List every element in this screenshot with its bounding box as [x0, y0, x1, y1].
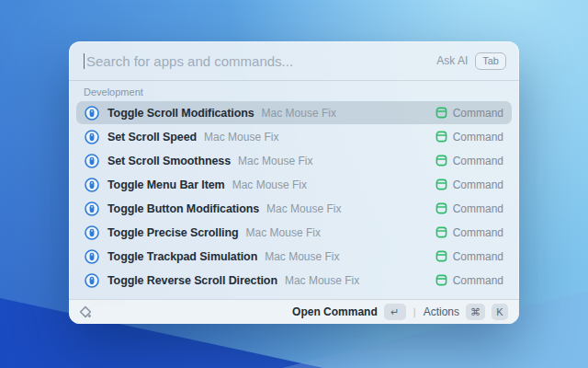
action-bar: Open Command ↵ | Actions ⌘ K [69, 299, 519, 324]
footer-divider: | [413, 306, 417, 317]
command-accessory-label: Command [453, 178, 503, 191]
command-title: Toggle Reverse Scroll Direction [107, 274, 277, 287]
enter-key-badge[interactable]: ↵ [384, 304, 406, 320]
mac-mouse-fix-app-icon [85, 154, 99, 168]
command-title: Toggle Precise Scrolling [107, 226, 239, 239]
command-list-item[interactable]: Toggle Precise Scrolling Mac Mouse Fix C… [76, 221, 512, 244]
text-caret [84, 53, 85, 69]
command-list: Toggle Scroll Modifications Mac Mouse Fi… [69, 101, 519, 292]
command-type-icon [435, 226, 447, 238]
mac-mouse-fix-app-icon [85, 273, 99, 288]
command-app: Mac Mouse Fix [262, 107, 336, 120]
command-accessory-label: Command [453, 131, 503, 144]
command-type-icon [435, 155, 447, 167]
actions-button[interactable]: Actions [424, 305, 459, 318]
command-accessory-label: Command [453, 250, 503, 263]
command-app: Mac Mouse Fix [238, 155, 312, 167]
command-title: Set Scroll Speed [107, 131, 197, 144]
section-header-development: Development [84, 86, 504, 98]
command-list-item[interactable]: Set Scroll Smoothness Mac Mouse Fix Comm… [76, 149, 512, 172]
command-accessory-label: Command [453, 202, 503, 215]
raycast-launcher-window: Search for apps and commands... Ask AI T… [69, 41, 519, 324]
command-title: Toggle Scroll Modifications [107, 107, 254, 120]
command-app: Mac Mouse Fix [265, 250, 339, 263]
open-command-label[interactable]: Open Command [292, 305, 378, 318]
command-list-item[interactable]: Set Scroll Speed Mac Mouse Fix Command [76, 125, 512, 148]
mac-mouse-fix-app-icon [85, 106, 99, 121]
command-list-item[interactable]: Toggle Reverse Scroll Direction Mac Mous… [76, 269, 512, 292]
command-type-icon [435, 202, 447, 214]
k-key-badge[interactable]: K [492, 304, 508, 320]
raycast-logo-icon [78, 305, 93, 319]
cmd-key-badge[interactable]: ⌘ [466, 304, 485, 320]
command-app: Mac Mouse Fix [204, 131, 278, 144]
command-type-icon [435, 250, 447, 262]
command-type-icon [435, 107, 447, 119]
ask-ai-label[interactable]: Ask AI [436, 54, 468, 67]
command-app: Mac Mouse Fix [246, 226, 321, 239]
command-list-item[interactable]: Toggle Trackpad Simulation Mac Mouse Fix… [76, 245, 512, 268]
command-accessory-label: Command [453, 107, 503, 120]
command-list-item[interactable]: Toggle Button Modifications Mac Mouse Fi… [76, 197, 512, 220]
mac-mouse-fix-app-icon [85, 249, 99, 264]
command-type-icon [435, 274, 447, 286]
command-app: Mac Mouse Fix [232, 178, 307, 191]
command-type-icon [435, 131, 447, 143]
command-title: Toggle Trackpad Simulation [107, 250, 257, 263]
search-bar[interactable]: Search for apps and commands... Ask AI T… [69, 41, 519, 81]
search-input[interactable]: Search for apps and commands... [86, 53, 436, 69]
command-app: Mac Mouse Fix [285, 274, 359, 287]
command-accessory-label: Command [453, 226, 503, 239]
command-title: Toggle Menu Bar Item [107, 178, 225, 191]
command-accessory-label: Command [453, 274, 503, 287]
command-accessory-label: Command [453, 155, 503, 167]
mac-mouse-fix-app-icon [85, 178, 99, 192]
mac-mouse-fix-app-icon [85, 130, 99, 144]
mac-mouse-fix-app-icon [85, 225, 99, 240]
command-list-item[interactable]: Toggle Menu Bar Item Mac Mouse Fix Comma… [76, 173, 512, 196]
results-list-area: Development Toggle Scroll Modifications … [69, 86, 519, 305]
command-title: Set Scroll Smoothness [107, 155, 231, 167]
tab-key-badge[interactable]: Tab [475, 52, 506, 70]
command-title: Toggle Button Modifications [107, 202, 259, 215]
mac-mouse-fix-app-icon [85, 201, 99, 216]
command-type-icon [435, 178, 447, 190]
command-list-item[interactable]: Toggle Scroll Modifications Mac Mouse Fi… [76, 101, 512, 124]
command-app: Mac Mouse Fix [266, 202, 341, 215]
